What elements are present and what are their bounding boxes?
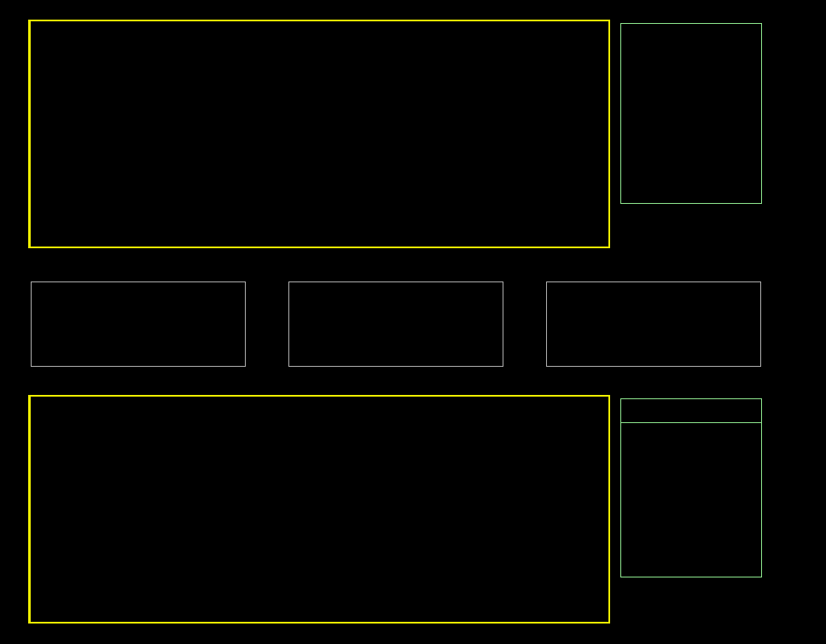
top-ionogram-canvas <box>31 21 608 247</box>
aip-table-bottom-border <box>620 577 762 577</box>
autoscala-output-screen <box>0 0 826 644</box>
thumbnail-evidence-f2 <box>546 281 761 367</box>
thumbnail-evidence-canvas <box>547 282 760 366</box>
bottom-ionogram-canvas <box>31 397 608 622</box>
top-ionogram-panel <box>28 20 610 248</box>
autoscala-table-header <box>621 24 761 45</box>
thumbnail-eliminate-reflections <box>288 281 503 367</box>
autoscala-output-table <box>620 23 762 204</box>
autoscala-table-rows <box>621 45 761 203</box>
aip-table-header <box>621 399 761 423</box>
aip-output-table <box>620 398 762 577</box>
thumbnail-eliminate-canvas <box>289 282 503 366</box>
thumbnail-original-canvas <box>32 282 245 366</box>
bottom-ionogram-panel <box>28 395 610 624</box>
thumbnail-original-ionogram <box>31 281 246 367</box>
